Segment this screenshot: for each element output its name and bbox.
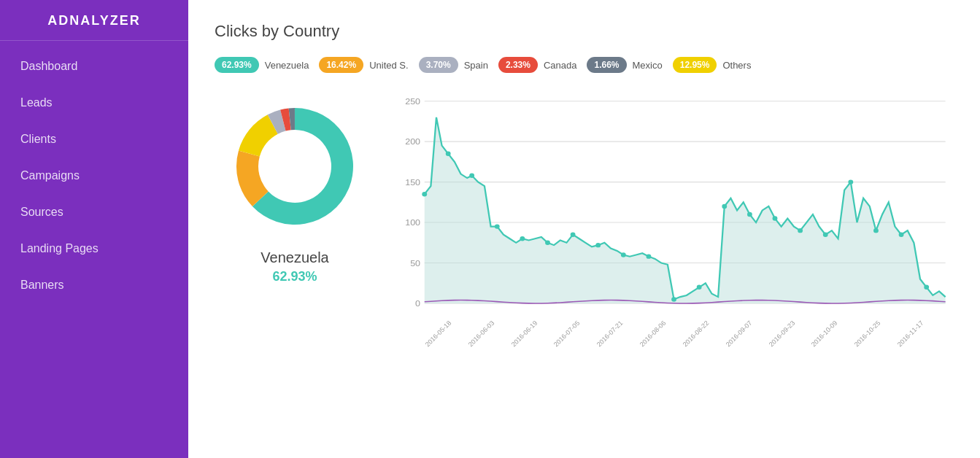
- chart-dot: [621, 252, 626, 257]
- sidebar-item-banners[interactable]: Banners: [0, 267, 188, 303]
- svg-text:50: 50: [410, 258, 420, 268]
- chart-dot: [697, 285, 702, 290]
- chart-dot: [747, 212, 752, 217]
- legend-badge: 3.70%: [419, 57, 458, 73]
- donut-section: Venezuela 62.93%: [215, 93, 375, 284]
- sidebar-nav: Dashboard Leads Clients Campaigns Source…: [0, 48, 188, 303]
- chart-dot: [571, 233, 576, 237]
- legend-item-others: 12.95%Others: [673, 57, 752, 73]
- legend-label: Others: [722, 60, 751, 71]
- chart-dot: [924, 285, 929, 290]
- donut-center-pct: 62.93%: [272, 269, 317, 284]
- line-chart: 250200150100500: [390, 93, 954, 327]
- legend-badge: 62.93%: [215, 57, 259, 73]
- legend-row: 62.93%Venezuela16.42%United S.3.70%Spain…: [215, 57, 954, 73]
- chart-dot: [773, 216, 778, 220]
- legend-item-united-s.: 16.42%United S.: [319, 57, 408, 73]
- sidebar-item-campaigns[interactable]: Campaigns: [0, 158, 188, 194]
- donut-chart: [222, 93, 368, 239]
- chart-dot: [798, 228, 803, 233]
- sidebar-item-dashboard[interactable]: Dashboard: [0, 48, 188, 85]
- chart-dot: [495, 224, 500, 228]
- page-title: Clicks by Country: [215, 22, 954, 41]
- chart-dot: [469, 174, 474, 178]
- svg-text:200: 200: [405, 137, 420, 147]
- chart-dot: [422, 192, 427, 196]
- chart-dot: [873, 228, 879, 233]
- sidebar-item-clients[interactable]: Clients: [0, 121, 188, 158]
- chart-dot: [647, 254, 652, 258]
- chart-dot: [446, 152, 451, 156]
- legend-label: Mexico: [633, 60, 663, 71]
- legend-item-canada: 2.33%Canada: [498, 57, 577, 73]
- legend-item-venezuela: 62.93%Venezuela: [215, 57, 309, 73]
- chart-dot: [545, 241, 550, 245]
- legend-label: Canada: [544, 60, 577, 71]
- legend-item-mexico: 1.66%Mexico: [587, 57, 662, 73]
- legend-badge: 16.42%: [319, 57, 363, 73]
- chart-dot: [848, 179, 853, 184]
- chart-dot: [671, 297, 676, 301]
- chart-dot: [823, 233, 828, 237]
- svg-text:100: 100: [405, 218, 420, 228]
- svg-text:150: 150: [405, 177, 420, 187]
- chart-dot: [899, 233, 904, 237]
- chart-area: Venezuela 62.93% 250200150100500 2016-05…: [215, 93, 954, 338]
- svg-text:0: 0: [415, 299, 420, 309]
- legend-badge: 12.95%: [673, 57, 717, 73]
- line-chart-section: 250200150100500 2016-05-182016-06-032016…: [390, 93, 954, 338]
- legend-item-spain: 3.70%Spain: [419, 57, 488, 73]
- sidebar: ADNALYZER Dashboard Leads Clients Campai…: [0, 0, 188, 458]
- legend-label: Spain: [464, 60, 488, 71]
- donut-center-label: Venezuela: [261, 249, 328, 266]
- app-logo: ADNALYZER: [0, 0, 188, 41]
- sidebar-item-leads[interactable]: Leads: [0, 85, 188, 121]
- sidebar-item-landing-pages[interactable]: Landing Pages: [0, 230, 188, 267]
- legend-label: United S.: [369, 60, 408, 71]
- legend-badge: 2.33%: [498, 57, 538, 73]
- legend-badge: 1.66%: [587, 57, 626, 73]
- sidebar-item-sources[interactable]: Sources: [0, 194, 188, 230]
- main-content: Clicks by Country 62.93%Venezuela16.42%U…: [188, 0, 980, 458]
- legend-label: Venezuela: [265, 60, 309, 71]
- svg-text:250: 250: [405, 96, 420, 106]
- chart-dot: [595, 243, 601, 247]
- chart-dot: [722, 204, 727, 209]
- chart-area-fill: [425, 117, 946, 303]
- chart-dot: [520, 236, 525, 241]
